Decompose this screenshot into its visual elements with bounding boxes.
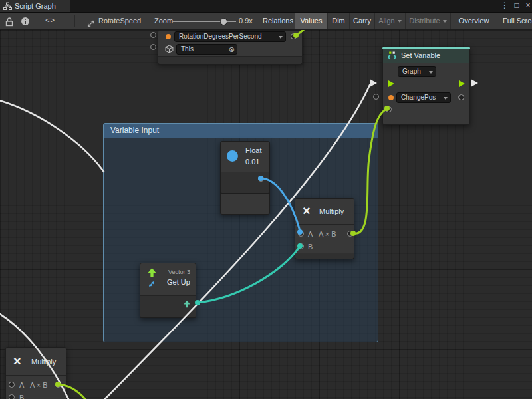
port[interactable] xyxy=(258,176,264,182)
toolbar-separator xyxy=(74,15,75,27)
float-type-icon xyxy=(227,150,238,162)
object-picker-icon[interactable]: ⊗ xyxy=(229,45,235,54)
carry-button[interactable]: Carry xyxy=(349,13,374,29)
multiply-icon: × xyxy=(13,354,21,368)
node-title: Float xyxy=(245,146,261,154)
node-footer xyxy=(158,56,303,65)
up-arrow-icon xyxy=(147,267,157,277)
wire-flow-white xyxy=(0,98,104,172)
port[interactable] xyxy=(458,94,464,100)
overview-button[interactable]: Overview xyxy=(450,13,497,29)
graph-name-label: RotateSpeed xyxy=(98,13,141,29)
code-view-icon[interactable]: <> xyxy=(45,13,55,29)
fullscreen-button[interactable]: Full Screen xyxy=(497,13,532,29)
gameobject-cube-icon xyxy=(165,45,174,53)
tab-label: Script Graph xyxy=(15,0,56,12)
port-label-result: A × B xyxy=(30,381,48,389)
values-button[interactable]: Values xyxy=(295,13,327,29)
port[interactable] xyxy=(9,394,15,399)
variable-type-dot xyxy=(166,34,171,39)
tab-script-graph[interactable]: Script Graph xyxy=(0,0,70,12)
node-multiply[interactable]: × Multiply A A × B B xyxy=(295,198,354,259)
relations-button[interactable]: Relations xyxy=(261,13,295,29)
node-title: Get Up xyxy=(167,278,190,286)
port[interactable] xyxy=(298,231,304,237)
port-label-b: B xyxy=(308,243,313,251)
port[interactable] xyxy=(298,243,304,249)
port-label-a: A xyxy=(19,381,24,389)
toolbar-separator xyxy=(37,15,37,27)
group-title: Variable Input xyxy=(110,126,159,135)
variable-type-dot xyxy=(388,95,394,100)
port-label-b: B xyxy=(19,394,24,399)
node-footer xyxy=(220,172,270,194)
node-vector3-get-up[interactable]: Vector 3 Get Up xyxy=(140,263,196,318)
script-graph-icon xyxy=(3,2,12,11)
port[interactable] xyxy=(386,106,392,112)
graph-toolbar: <> RotateSpeed Zoom 0.9x Relations Value… xyxy=(0,12,532,30)
flow-output-arrow[interactable] xyxy=(459,80,465,87)
port[interactable] xyxy=(291,33,297,39)
node-title: Multiply xyxy=(31,358,56,366)
variable-scope-dropdown[interactable]: Graph xyxy=(398,66,436,77)
node-type-label: Vector 3 xyxy=(168,269,190,275)
flow-arrowhead xyxy=(370,79,377,87)
group-header[interactable]: Variable Input xyxy=(104,124,378,138)
maximize-icon[interactable]: □ xyxy=(511,0,522,12)
graph-asset-icon xyxy=(86,19,95,28)
variable-name-dropdown[interactable]: RotationDegreesPerSecond xyxy=(174,31,286,42)
vector-diagonal-arrows-icon xyxy=(147,279,156,289)
node-divider xyxy=(295,224,354,225)
lock-icon[interactable] xyxy=(5,17,13,27)
zoom-value: 0.9x xyxy=(239,13,253,29)
node-title: Set Variable xyxy=(401,51,440,59)
port[interactable] xyxy=(347,231,353,237)
port[interactable] xyxy=(150,44,156,50)
multiply-icon: × xyxy=(303,204,311,217)
align-button[interactable]: Align xyxy=(374,13,405,29)
flow-arrowhead xyxy=(471,79,478,87)
float-value[interactable]: 0.01 xyxy=(245,158,259,166)
target-object-field[interactable]: This ⊗ xyxy=(176,44,237,55)
port[interactable] xyxy=(373,94,379,100)
node-get-variable-rotation[interactable]: RotationDegreesPerSecond This ⊗ xyxy=(158,30,303,64)
set-variable-icon xyxy=(387,51,397,61)
node-footer xyxy=(295,253,354,259)
node-set-variable[interactable]: Set Variable Graph ChangePos xyxy=(382,47,470,125)
node-title: Multiply xyxy=(319,207,344,215)
port-label-result: A × B xyxy=(319,230,336,238)
port[interactable] xyxy=(9,382,15,388)
node-divider xyxy=(6,375,66,376)
dim-button[interactable]: Dim xyxy=(327,13,349,29)
port[interactable] xyxy=(150,32,156,38)
variable-name-dropdown[interactable]: ChangePos xyxy=(396,92,451,103)
port[interactable] xyxy=(55,382,61,388)
zoom-label: Zoom xyxy=(154,13,173,29)
zoom-slider-handle[interactable] xyxy=(220,18,227,25)
node-multiply-2[interactable]: × Multiply A A × B B xyxy=(5,347,66,399)
vector-output-icon[interactable] xyxy=(183,300,191,308)
port-label-a: A xyxy=(308,230,313,238)
kebab-menu-icon[interactable]: ⋮ xyxy=(499,0,510,12)
close-icon[interactable]: × xyxy=(523,0,532,12)
distribute-button[interactable]: Distribute xyxy=(405,13,450,29)
graph-canvas[interactable]: Variable Input RotationDegreesPerSecond … xyxy=(0,30,532,399)
flow-input-arrow[interactable] xyxy=(388,80,394,87)
info-icon[interactable] xyxy=(21,17,30,26)
node-float-literal[interactable]: Float 0.01 xyxy=(220,141,270,215)
unity-script-graph-window: Script Graph ⋮ □ × <> RotateSpeed Zoom 0… xyxy=(0,0,532,399)
titlebar: Script Graph ⋮ □ × xyxy=(0,0,532,12)
